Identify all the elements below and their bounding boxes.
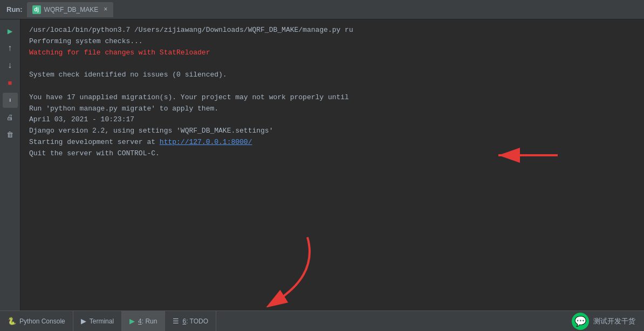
run-tab-label: 4: Run [138, 318, 157, 325]
console-line-6: Run 'python manage.py migrate' to apply … [29, 104, 635, 115]
server-url-link[interactable]: http://127.0.0.1:8000/ [160, 138, 252, 146]
scroll-down-button[interactable]: ↓ [3, 58, 18, 73]
delete-button[interactable]: 🗑 [3, 127, 18, 142]
print-button[interactable]: 🖨 [3, 110, 18, 125]
run-button[interactable]: ▶ [3, 24, 18, 39]
run-tab-icon: ▶ [129, 317, 135, 325]
console-line-10: Quit the server with CONTROL-C. [29, 148, 635, 160]
console-line-8: Django version 2.2, using settings 'WQRF… [29, 126, 635, 137]
main-layout: ▶ ↑ ↓ ■ ⬇ 🖨 🗑 /usr/local/bin/python3.7 /… [0, 19, 644, 311]
terminal-tab[interactable]: ▶ Terminal [73, 311, 122, 331]
console-line-9: Starting development server at http://12… [29, 137, 635, 148]
sidebar: ▶ ↑ ↓ ■ ⬇ 🖨 🗑 [0, 19, 20, 311]
tab-close-button[interactable]: × [104, 6, 107, 13]
wechat-label: 测试开发干货 [593, 316, 635, 326]
run-label: Run: [2, 5, 27, 13]
python-console-label: Python Console [19, 318, 65, 325]
tab-name: WQRF_DB_MAKE [44, 6, 99, 13]
django-icon: dj [32, 5, 41, 14]
console-line-3: Watching for file changes with StatReloa… [29, 47, 635, 59]
tab-bar: Run: dj WQRF_DB_MAKE × [0, 0, 644, 19]
terminal-icon: ▶ [81, 317, 86, 325]
console-line-1: /usr/local/bin/python3.7 /Users/zijiawan… [29, 25, 635, 36]
terminal-label: Terminal [90, 318, 114, 325]
wechat-icon: 💬 [572, 313, 589, 330]
todo-icon: ☰ [173, 317, 179, 325]
bottom-bar: 🐍 Python Console ▶ Terminal ▶ 4: Run ☰ 6… [0, 311, 644, 331]
pin-button[interactable]: ⬇ [3, 93, 18, 108]
python-console-icon: 🐍 [8, 317, 16, 325]
console-blank-2 [29, 81, 635, 92]
todo-tab[interactable]: ☰ 6: TODO [165, 311, 216, 331]
stop-button[interactable]: ■ [3, 75, 18, 91]
scroll-up-button[interactable]: ↑ [3, 41, 18, 56]
todo-label: 6: TODO [182, 318, 208, 325]
console-output: /usr/local/bin/python3.7 /Users/zijiawan… [20, 19, 644, 311]
console-line-7: April 03, 2021 - 10:23:17 [29, 114, 635, 126]
wechat-badge: 💬 测试开发干货 [572, 313, 644, 330]
console-line-4: System check identified no issues (0 sil… [29, 70, 635, 81]
run-bottom-tab[interactable]: ▶ 4: Run [122, 311, 165, 331]
console-line-5: You have 17 unapplied migration(s). Your… [29, 92, 635, 104]
python-console-tab[interactable]: 🐍 Python Console [0, 311, 73, 331]
console-blank-1 [29, 58, 635, 70]
console-line-2: Performing system checks... [29, 36, 635, 47]
run-tab[interactable]: dj WQRF_DB_MAKE × [27, 2, 113, 17]
